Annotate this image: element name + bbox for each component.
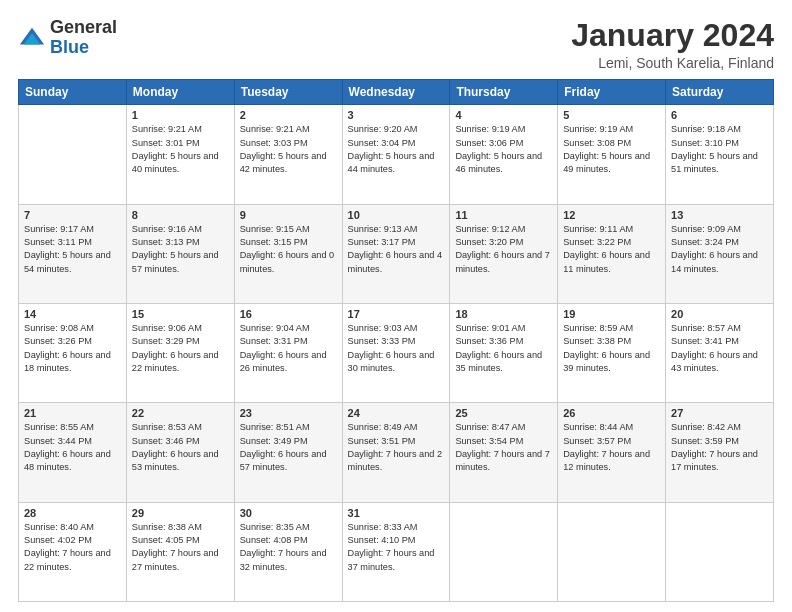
day-info: Sunrise: 8:49 AMSunset: 3:51 PMDaylight:… [348,421,445,474]
calendar-cell: 22Sunrise: 8:53 AMSunset: 3:46 PMDayligh… [126,403,234,502]
location: Lemi, South Karelia, Finland [571,55,774,71]
day-number: 12 [563,209,660,221]
day-number: 31 [348,507,445,519]
day-info: Sunrise: 9:19 AMSunset: 3:06 PMDaylight:… [455,123,552,176]
calendar-cell: 27Sunrise: 8:42 AMSunset: 3:59 PMDayligh… [666,403,774,502]
day-info: Sunrise: 8:55 AMSunset: 3:44 PMDaylight:… [24,421,121,474]
calendar-cell [19,105,127,204]
day-info: Sunrise: 8:38 AMSunset: 4:05 PMDaylight:… [132,521,229,574]
calendar-cell: 29Sunrise: 8:38 AMSunset: 4:05 PMDayligh… [126,502,234,601]
day-number: 16 [240,308,337,320]
weekday-header-wednesday: Wednesday [342,80,450,105]
calendar-week-row: 21Sunrise: 8:55 AMSunset: 3:44 PMDayligh… [19,403,774,502]
calendar-cell: 3Sunrise: 9:20 AMSunset: 3:04 PMDaylight… [342,105,450,204]
day-info: Sunrise: 8:40 AMSunset: 4:02 PMDaylight:… [24,521,121,574]
weekday-header-friday: Friday [558,80,666,105]
weekday-header-sunday: Sunday [19,80,127,105]
day-number: 9 [240,209,337,221]
calendar-cell: 16Sunrise: 9:04 AMSunset: 3:31 PMDayligh… [234,303,342,402]
weekday-header-saturday: Saturday [666,80,774,105]
calendar-week-row: 28Sunrise: 8:40 AMSunset: 4:02 PMDayligh… [19,502,774,601]
day-info: Sunrise: 8:33 AMSunset: 4:10 PMDaylight:… [348,521,445,574]
calendar-week-row: 7Sunrise: 9:17 AMSunset: 3:11 PMDaylight… [19,204,774,303]
day-info: Sunrise: 9:01 AMSunset: 3:36 PMDaylight:… [455,322,552,375]
day-info: Sunrise: 9:11 AMSunset: 3:22 PMDaylight:… [563,223,660,276]
day-number: 3 [348,109,445,121]
month-title: January 2024 [571,18,774,53]
weekday-header-thursday: Thursday [450,80,558,105]
day-number: 7 [24,209,121,221]
day-info: Sunrise: 8:51 AMSunset: 3:49 PMDaylight:… [240,421,337,474]
day-number: 17 [348,308,445,320]
day-number: 27 [671,407,768,419]
logo-blue: Blue [50,37,89,57]
calendar-cell: 15Sunrise: 9:06 AMSunset: 3:29 PMDayligh… [126,303,234,402]
calendar-cell: 10Sunrise: 9:13 AMSunset: 3:17 PMDayligh… [342,204,450,303]
calendar-cell: 11Sunrise: 9:12 AMSunset: 3:20 PMDayligh… [450,204,558,303]
day-info: Sunrise: 8:57 AMSunset: 3:41 PMDaylight:… [671,322,768,375]
day-number: 20 [671,308,768,320]
day-number: 4 [455,109,552,121]
day-number: 8 [132,209,229,221]
calendar-cell: 12Sunrise: 9:11 AMSunset: 3:22 PMDayligh… [558,204,666,303]
calendar-cell: 4Sunrise: 9:19 AMSunset: 3:06 PMDaylight… [450,105,558,204]
day-number: 30 [240,507,337,519]
day-number: 22 [132,407,229,419]
day-number: 25 [455,407,552,419]
day-info: Sunrise: 8:42 AMSunset: 3:59 PMDaylight:… [671,421,768,474]
day-number: 28 [24,507,121,519]
calendar-cell: 14Sunrise: 9:08 AMSunset: 3:26 PMDayligh… [19,303,127,402]
day-number: 26 [563,407,660,419]
calendar-page: General Blue January 2024 Lemi, South Ka… [0,0,792,612]
calendar-cell: 31Sunrise: 8:33 AMSunset: 4:10 PMDayligh… [342,502,450,601]
day-number: 14 [24,308,121,320]
logo-icon [18,24,46,52]
day-info: Sunrise: 9:19 AMSunset: 3:08 PMDaylight:… [563,123,660,176]
logo-general: General [50,17,117,37]
day-info: Sunrise: 9:09 AMSunset: 3:24 PMDaylight:… [671,223,768,276]
calendar-week-row: 1Sunrise: 9:21 AMSunset: 3:01 PMDaylight… [19,105,774,204]
day-number: 19 [563,308,660,320]
calendar-table: SundayMondayTuesdayWednesdayThursdayFrid… [18,79,774,602]
calendar-cell: 6Sunrise: 9:18 AMSunset: 3:10 PMDaylight… [666,105,774,204]
calendar-cell: 21Sunrise: 8:55 AMSunset: 3:44 PMDayligh… [19,403,127,502]
day-info: Sunrise: 9:15 AMSunset: 3:15 PMDaylight:… [240,223,337,276]
calendar-cell: 17Sunrise: 9:03 AMSunset: 3:33 PMDayligh… [342,303,450,402]
calendar-cell: 20Sunrise: 8:57 AMSunset: 3:41 PMDayligh… [666,303,774,402]
calendar-cell: 19Sunrise: 8:59 AMSunset: 3:38 PMDayligh… [558,303,666,402]
calendar-cell [450,502,558,601]
calendar-cell [558,502,666,601]
day-info: Sunrise: 9:12 AMSunset: 3:20 PMDaylight:… [455,223,552,276]
day-number: 5 [563,109,660,121]
day-number: 24 [348,407,445,419]
day-info: Sunrise: 9:21 AMSunset: 3:03 PMDaylight:… [240,123,337,176]
day-number: 21 [24,407,121,419]
day-info: Sunrise: 9:06 AMSunset: 3:29 PMDaylight:… [132,322,229,375]
header: General Blue January 2024 Lemi, South Ka… [18,18,774,71]
day-info: Sunrise: 9:08 AMSunset: 3:26 PMDaylight:… [24,322,121,375]
calendar-cell [666,502,774,601]
calendar-cell: 9Sunrise: 9:15 AMSunset: 3:15 PMDaylight… [234,204,342,303]
day-number: 18 [455,308,552,320]
day-number: 29 [132,507,229,519]
calendar-week-row: 14Sunrise: 9:08 AMSunset: 3:26 PMDayligh… [19,303,774,402]
day-info: Sunrise: 8:47 AMSunset: 3:54 PMDaylight:… [455,421,552,474]
day-number: 15 [132,308,229,320]
day-number: 6 [671,109,768,121]
calendar-cell: 2Sunrise: 9:21 AMSunset: 3:03 PMDaylight… [234,105,342,204]
logo: General Blue [18,18,117,58]
day-info: Sunrise: 9:17 AMSunset: 3:11 PMDaylight:… [24,223,121,276]
day-number: 11 [455,209,552,221]
calendar-cell: 18Sunrise: 9:01 AMSunset: 3:36 PMDayligh… [450,303,558,402]
day-info: Sunrise: 9:21 AMSunset: 3:01 PMDaylight:… [132,123,229,176]
day-info: Sunrise: 9:03 AMSunset: 3:33 PMDaylight:… [348,322,445,375]
day-info: Sunrise: 8:59 AMSunset: 3:38 PMDaylight:… [563,322,660,375]
calendar-cell: 13Sunrise: 9:09 AMSunset: 3:24 PMDayligh… [666,204,774,303]
calendar-cell: 23Sunrise: 8:51 AMSunset: 3:49 PMDayligh… [234,403,342,502]
calendar-cell: 1Sunrise: 9:21 AMSunset: 3:01 PMDaylight… [126,105,234,204]
weekday-header-tuesday: Tuesday [234,80,342,105]
day-number: 13 [671,209,768,221]
day-info: Sunrise: 8:35 AMSunset: 4:08 PMDaylight:… [240,521,337,574]
day-number: 10 [348,209,445,221]
calendar-cell: 30Sunrise: 8:35 AMSunset: 4:08 PMDayligh… [234,502,342,601]
